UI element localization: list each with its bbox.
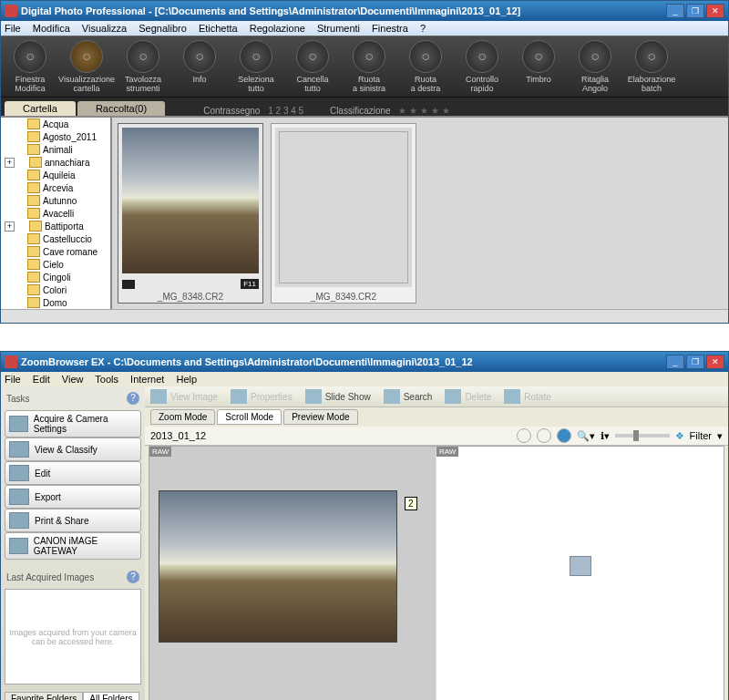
horizontal-scrollbar[interactable] bbox=[1, 309, 728, 323]
zb-menubar: File Edit View Tools Internet Help bbox=[1, 372, 728, 386]
folder-acqua[interactable]: Acqua bbox=[1, 118, 110, 130]
tool-batch-icon[interactable]: ○Elaborazionebatch bbox=[628, 40, 675, 93]
folder-battiporta[interactable]: +Battiporta bbox=[1, 220, 110, 232]
tab-preview-mode[interactable]: Preview Mode bbox=[283, 409, 357, 425]
minimize-button[interactable]: _ bbox=[666, 4, 684, 18]
grid-cell-2[interactable]: RAW bbox=[436, 447, 724, 700]
tool-rotate-left-icon[interactable]: ○Ruotaa sinistra bbox=[345, 40, 393, 93]
nav-prev-icon[interactable] bbox=[517, 428, 531, 443]
task-export[interactable]: Export bbox=[5, 485, 141, 509]
menu-file[interactable]: File bbox=[5, 23, 21, 34]
folder-castelluccio[interactable]: Castelluccio bbox=[1, 232, 110, 245]
maximize-button[interactable]: ❐ bbox=[686, 355, 704, 369]
tool-stamp-icon[interactable]: ○Timbro bbox=[515, 40, 562, 93]
minimize-button[interactable]: _ bbox=[666, 355, 684, 369]
menu-help[interactable]: ? bbox=[420, 23, 426, 34]
maximize-button[interactable]: ❐ bbox=[686, 4, 704, 18]
thumbnail-1[interactable]: F11 _MG_8348.CR2 bbox=[118, 123, 263, 304]
tool-slideshow[interactable]: Slide Show bbox=[305, 389, 371, 404]
preview-overlay[interactable] bbox=[159, 490, 397, 643]
tool-quick-check-icon[interactable]: ○Controllorapido bbox=[458, 40, 506, 93]
folder-icon bbox=[29, 157, 42, 168]
close-button[interactable]: ✕ bbox=[706, 355, 724, 369]
close-button[interactable]: ✕ bbox=[706, 4, 724, 18]
menu-internet[interactable]: Internet bbox=[130, 374, 164, 385]
tab-raccolta[interactable]: Raccolta(0) bbox=[77, 101, 165, 116]
menu-help[interactable]: Help bbox=[176, 374, 197, 385]
folder-agosto_2011[interactable]: Agosto_2011 bbox=[1, 130, 110, 143]
dpp-title: Digital Photo Professional - [C:\Documen… bbox=[21, 5, 666, 16]
menu-visualizza[interactable]: Visualizza bbox=[82, 23, 127, 34]
task-print-share[interactable]: Print & Share bbox=[5, 509, 141, 532]
refresh-icon[interactable] bbox=[557, 428, 571, 443]
tool-folder-view-icon[interactable]: ○Visualizzazionecartella bbox=[63, 40, 110, 93]
tab-zoom-mode[interactable]: Zoom Mode bbox=[150, 409, 215, 425]
menu-modifica[interactable]: Modifica bbox=[33, 23, 70, 34]
tab-scroll-mode[interactable]: Scroll Mode bbox=[217, 409, 282, 425]
help-icon[interactable]: ? bbox=[127, 392, 139, 405]
tool-search[interactable]: Search bbox=[384, 389, 433, 404]
zoom-slider[interactable] bbox=[615, 434, 670, 438]
contrassegno-nums[interactable]: 1 2 3 4 5 bbox=[268, 106, 303, 116]
tool-clear-all-icon[interactable]: ○Cancellatutto bbox=[289, 40, 336, 93]
expand-icon[interactable]: + bbox=[5, 221, 15, 232]
folder-annachiara[interactable]: +annachiara bbox=[1, 156, 110, 169]
zb-title: ZoomBrowser EX - C:\Documents and Settin… bbox=[21, 356, 666, 367]
clear-all-icon: ○ bbox=[296, 40, 329, 73]
info-toggle-icon[interactable]: ℹ▾ bbox=[601, 430, 610, 442]
folder-avacelli[interactable]: Avacelli bbox=[1, 207, 110, 220]
zb-content[interactable]: RAW RAW 2 bbox=[149, 446, 724, 700]
menu-segnalibro[interactable]: Segnalibro bbox=[139, 23, 187, 34]
menu-etichetta[interactable]: Etichetta bbox=[199, 23, 238, 34]
thumbnail-2[interactable]: _MG_8349.CR2 bbox=[271, 123, 416, 304]
info-icon: ○ bbox=[183, 40, 216, 73]
menu-file[interactable]: File bbox=[5, 374, 21, 385]
delete-icon bbox=[445, 389, 461, 404]
task-view-classify[interactable]: View & Classify bbox=[5, 438, 141, 461]
tool-rotate-right-icon[interactable]: ○Ruotaa destra bbox=[402, 40, 449, 93]
folder-view-icon: ○ bbox=[70, 40, 103, 73]
tool-crop-icon[interactable]: ○RitagliaAngolo bbox=[571, 40, 619, 93]
tool-select-all-icon[interactable]: ○Selezionatutto bbox=[232, 40, 280, 93]
task-edit[interactable]: Edit bbox=[5, 461, 141, 485]
menu-edit[interactable]: Edit bbox=[33, 374, 50, 385]
tab-all-folders[interactable]: All Folders bbox=[83, 692, 139, 700]
folder-arcevia[interactable]: Arcevia bbox=[1, 181, 110, 194]
tab-cartella[interactable]: Cartella bbox=[5, 101, 76, 116]
menu-strumenti[interactable]: Strumenti bbox=[317, 23, 360, 34]
folder-tree[interactable]: AcquaAgosto_2011Animali+annachiaraAquile… bbox=[1, 118, 112, 309]
folder-cingoli[interactable]: Cingoli bbox=[1, 271, 110, 283]
task-acquire-camera-settings[interactable]: Acquire & Camera Settings bbox=[5, 410, 141, 438]
folder-domo[interactable]: Domo bbox=[1, 296, 110, 309]
zoom-icon[interactable]: 🔍▾ bbox=[577, 430, 595, 442]
menu-finestra[interactable]: Finestra bbox=[372, 23, 408, 34]
tasks-label: Tasks bbox=[6, 394, 30, 404]
folder-cave-romane[interactable]: Cave romane bbox=[1, 245, 110, 258]
tool-info-icon[interactable]: ○Info bbox=[176, 40, 223, 93]
filter-dropdown-icon[interactable]: ▾ bbox=[717, 430, 723, 442]
quick-check-icon: ○ bbox=[466, 40, 498, 73]
dpp-titlebar[interactable]: Digital Photo Professional - [C:\Documen… bbox=[1, 1, 728, 21]
classificazione-stars[interactable]: ★ ★ ★ ★ ★ bbox=[398, 106, 449, 116]
search-icon bbox=[384, 389, 400, 404]
view-mode-tabs: Zoom Mode Scroll Mode Preview Mode bbox=[145, 407, 728, 427]
zb-titlebar[interactable]: ZoomBrowser EX - C:\Documents and Settin… bbox=[1, 352, 728, 372]
menu-tools[interactable]: Tools bbox=[95, 374, 118, 385]
expand-icon[interactable]: + bbox=[5, 158, 15, 168]
filter-label[interactable]: Filter bbox=[690, 430, 712, 441]
nav-next-icon[interactable] bbox=[537, 428, 551, 443]
task-canon-image-gateway[interactable]: CANON iMAGE GATEWAY bbox=[5, 532, 141, 560]
filter-icon[interactable]: ❖ bbox=[675, 430, 684, 442]
menu-regolazione[interactable]: Regolazione bbox=[250, 23, 305, 34]
tool-edit-window-icon[interactable]: ○FinestraModifica bbox=[6, 40, 54, 93]
tool-palette-icon[interactable]: ○Tavolozzastrumenti bbox=[119, 40, 167, 93]
tab-favorite-folders[interactable]: Favorite Folders bbox=[5, 692, 83, 700]
folder-aquileia[interactable]: Aquileia bbox=[1, 169, 110, 181]
folder-cielo[interactable]: Cielo bbox=[1, 258, 110, 271]
lai-label: Last Acquired Images bbox=[6, 572, 94, 582]
folder-autunno[interactable]: Autunno bbox=[1, 194, 110, 207]
help-icon[interactable]: ? bbox=[127, 571, 139, 583]
folder-colori[interactable]: Colori bbox=[1, 283, 110, 296]
menu-view[interactable]: View bbox=[62, 374, 84, 385]
folder-animali[interactable]: Animali bbox=[1, 143, 110, 156]
